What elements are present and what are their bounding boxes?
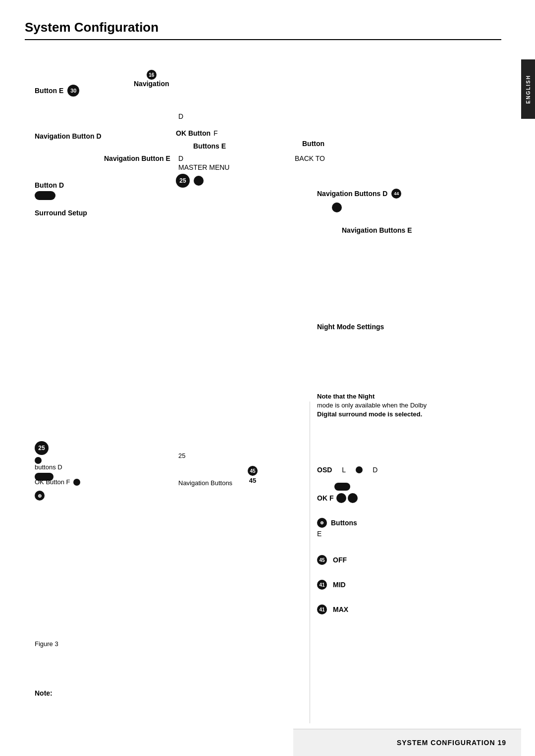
content-body: Button E 30 16 Navigation D OK Button F … <box>25 55 501 723</box>
max-row: 41 MAX <box>317 605 348 614</box>
button-e-row: Button E 30 <box>35 85 79 97</box>
off-text: OFF <box>333 556 347 564</box>
dot-right-1 <box>332 202 342 212</box>
nav-buttons-e-row: Navigation Buttons E <box>342 226 412 235</box>
page-container: System Configuration Button E 30 16 Navi… <box>0 0 521 756</box>
e-right-text: E <box>317 530 321 538</box>
button-right-row: Button <box>302 139 324 148</box>
surround-setup-row: Surround Setup <box>35 208 87 217</box>
ok-f-row: OK F <box>317 493 358 503</box>
back-to-text: BACK TO <box>295 154 325 162</box>
ok-button-row: OK Button F <box>176 129 218 137</box>
note-night-text: Note that the Night <box>317 393 374 400</box>
dot-pair-ok <box>336 493 358 503</box>
nav-button-e-text: Navigation Button E <box>104 154 170 162</box>
dot-oval-osd <box>334 483 350 491</box>
night-mode-row: Night Mode Settings <box>317 322 384 331</box>
dot-ok-2 <box>348 493 358 503</box>
e-right-row: E <box>317 529 321 538</box>
navigation-label: Navigation <box>134 80 169 88</box>
figure4-row: 25 <box>178 451 185 460</box>
dot-oval-1 <box>35 191 55 200</box>
note-night-detail: mode is only available when the Dolby <box>317 402 427 409</box>
ok-button-f-text: OK Button F <box>35 478 70 486</box>
master-menu-text: MASTER MENU <box>178 163 229 171</box>
d-master-row: D MASTER MENU <box>178 154 229 172</box>
dot-osd-row <box>334 482 350 491</box>
badge-41b: 41 <box>317 605 327 614</box>
note-night-row: Note that the Night mode is only availab… <box>317 392 505 418</box>
off-row: 45 OFF <box>317 555 347 565</box>
d2-text: D <box>178 154 183 162</box>
nav-buttons-d-text: Navigation Buttons D <box>317 190 387 198</box>
e-center-row: Navigation Buttons <box>178 478 232 487</box>
side-tab-label: ENGLISH <box>526 75 531 103</box>
badge-41: 41 <box>317 580 327 590</box>
dot-center-1 <box>194 176 204 186</box>
l-text: L <box>342 466 346 474</box>
ok-f-text: OK F <box>317 494 333 502</box>
badge-25: 25 <box>176 174 190 188</box>
button-right-text: Button <box>302 140 324 148</box>
footer-text: SYSTEM CONFIGURATION 19 <box>397 739 506 747</box>
page-header: System Configuration <box>25 20 501 40</box>
nav-button-d-row: Navigation Button D <box>35 132 102 141</box>
buttons-right-text: Buttons <box>331 519 357 527</box>
nav-buttons-center-row: 45 45 <box>248 466 258 484</box>
osd-text: OSD <box>317 466 332 474</box>
nav-buttons-center-text: 45 <box>249 477 256 484</box>
badge-30: 30 <box>67 85 79 97</box>
note-row: Note: <box>35 689 53 698</box>
nav-button-d-text: Navigation Button D <box>35 132 102 140</box>
f-text: F <box>214 129 218 137</box>
badge-44: 44 <box>391 189 401 199</box>
dot-osd <box>356 466 363 473</box>
english-side-tab: ENGLISH <box>521 59 535 119</box>
figure3-row: Figure 3 <box>35 639 58 648</box>
button-d-row: Button D <box>35 181 64 200</box>
badge-25-row: 25 <box>176 174 204 188</box>
nav-buttons-d-row: Navigation Buttons D 44 <box>317 189 401 199</box>
ok-button-f-row: OK Button F <box>35 478 80 486</box>
dot-ok-f <box>73 479 80 486</box>
night-mode-text: Night Mode Settings <box>317 323 384 331</box>
nav-badge-row: 16 Navigation <box>134 70 169 88</box>
button-d-text: Button D <box>35 181 64 189</box>
back-to-row: BACK TO <box>295 154 325 163</box>
figure4-text: 25 <box>178 452 185 459</box>
dot-nav-d <box>332 202 342 212</box>
d3-text: D <box>373 466 377 474</box>
badge-45b: 45 <box>317 555 327 565</box>
max-text: MAX <box>333 605 348 613</box>
badge-45: 45 <box>248 466 258 476</box>
d-text: D <box>178 112 183 120</box>
page-title: System Configuration <box>25 20 501 35</box>
d-label: D <box>178 112 183 121</box>
badge-e1: ⊕ <box>317 518 327 528</box>
mid-text: MID <box>333 581 346 589</box>
buttons-e-row: Buttons E <box>193 142 226 151</box>
buttons-e-text: Buttons E <box>193 142 226 150</box>
col-divider <box>310 402 310 723</box>
mid-row: 41 MID <box>317 580 346 590</box>
note-night-end: Digital surround mode is selected. <box>317 410 422 418</box>
badge-25b: 25 <box>35 441 49 455</box>
nav-button-e-row: Navigation Button E <box>104 154 170 163</box>
e-center-text: Navigation Buttons <box>178 479 232 487</box>
buttons-e-right-row: ⊕ Buttons <box>317 518 357 528</box>
nav-buttons-e-text: Navigation Buttons E <box>342 226 412 234</box>
badge-small: ⊕ <box>35 491 45 501</box>
badge-small-row: ⊕ <box>35 491 45 501</box>
osd-row: OSD L D <box>317 466 377 474</box>
figure3-text: Figure 3 <box>35 640 58 648</box>
buttons-d-text: buttons D <box>35 463 62 471</box>
badge-16: 16 <box>147 70 157 80</box>
button-e-label: Button E <box>35 87 63 95</box>
surround-setup-text: Surround Setup <box>35 209 87 217</box>
note-text: Note: <box>35 689 53 697</box>
dot-left-1 <box>35 457 42 464</box>
dot-ok-1 <box>336 493 346 503</box>
footer-bar: SYSTEM CONFIGURATION 19 <box>293 729 521 756</box>
ok-button-text: OK Button <box>176 129 211 137</box>
badge-25-left-row: 25 <box>35 441 49 464</box>
